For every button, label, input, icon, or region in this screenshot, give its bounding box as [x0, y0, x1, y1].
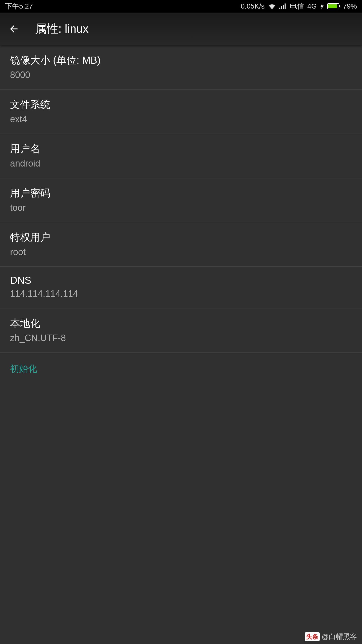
section-header-init: 初始化 [0, 353, 362, 380]
wifi-icon [268, 3, 276, 9]
setting-value: 8000 [10, 70, 352, 80]
status-carrier: 电信 [290, 2, 304, 11]
setting-value: android [10, 158, 352, 169]
setting-locale[interactable]: 本地化 zh_CN.UTF-8 [0, 308, 362, 353]
setting-label: 文件系统 [10, 98, 352, 111]
status-bar: 下午5:27 0.05K/s 电信 4G 79% [0, 0, 362, 13]
back-button[interactable] [8, 23, 20, 35]
svg-rect-1 [281, 6, 282, 9]
setting-label: 用户密码 [10, 186, 352, 200]
battery-icon [327, 3, 339, 9]
watermark: 头条 @白帽黑客 [305, 632, 357, 641]
settings-list: 镜像大小 (单位: MB) 8000 文件系统 ext4 用户名 android… [0, 45, 362, 380]
status-battery-percent: 79% [343, 2, 357, 10]
setting-image-size[interactable]: 镜像大小 (单位: MB) 8000 [0, 45, 362, 90]
setting-value: ext4 [10, 114, 352, 125]
setting-label: 用户名 [10, 142, 352, 156]
setting-label: 本地化 [10, 316, 352, 330]
lightning-icon [320, 3, 324, 9]
setting-password[interactable]: 用户密码 toor [0, 178, 362, 222]
setting-value: root [10, 247, 352, 257]
page-title: 属性: linux [35, 21, 88, 37]
setting-value: 114.114.114.114 [10, 289, 352, 299]
setting-filesystem[interactable]: 文件系统 ext4 [0, 90, 362, 134]
setting-username[interactable]: 用户名 android [0, 134, 362, 178]
svg-rect-0 [279, 8, 280, 9]
setting-dns[interactable]: DNS 114.114.114.114 [0, 267, 362, 308]
setting-label: DNS [10, 275, 352, 286]
status-network: 4G [307, 2, 317, 10]
watermark-text: @白帽黑客 [322, 632, 357, 641]
watermark-logo: 头条 [305, 632, 320, 641]
setting-value: toor [10, 203, 352, 213]
signal-icon [279, 3, 286, 9]
status-speed: 0.05K/s [241, 2, 265, 10]
svg-rect-2 [283, 5, 284, 9]
setting-label: 特权用户 [10, 230, 352, 244]
setting-privileged-user[interactable]: 特权用户 root [0, 222, 362, 267]
app-bar: 属性: linux [0, 13, 362, 45]
status-time: 下午5:27 [5, 2, 33, 11]
setting-label: 镜像大小 (单位: MB) [10, 53, 352, 67]
svg-rect-3 [285, 4, 286, 9]
setting-value: zh_CN.UTF-8 [10, 333, 352, 343]
